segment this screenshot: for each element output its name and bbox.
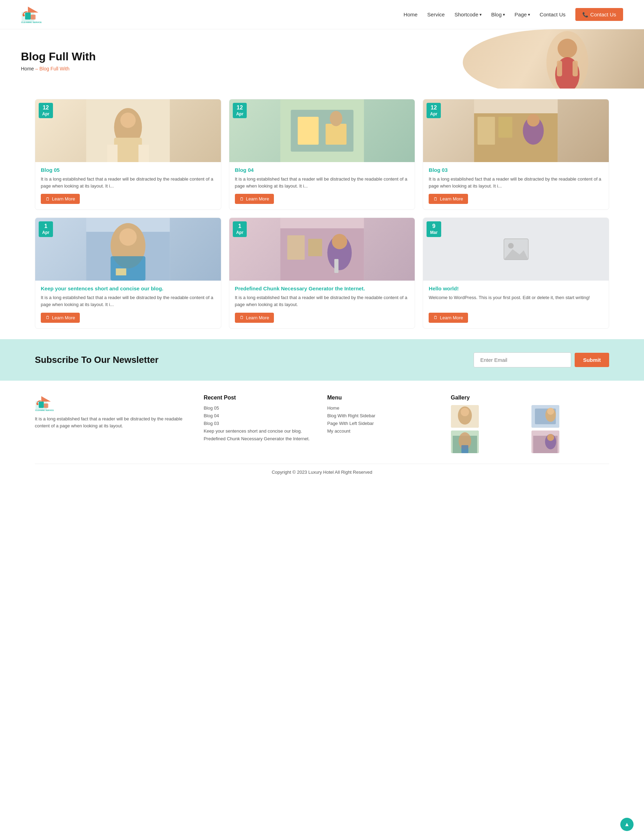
- card-title-4[interactable]: Keep your sentences short and concise ou…: [41, 286, 215, 291]
- svg-point-7: [558, 39, 577, 58]
- newsletter-form: Submit: [473, 352, 609, 367]
- menu-list: Home Blog With Right Sidebar Page With L…: [327, 405, 440, 434]
- menu-item[interactable]: Blog With Right Sidebar: [327, 413, 440, 418]
- nav-service[interactable]: Service: [427, 12, 445, 17]
- blog-img-4: [35, 218, 221, 281]
- submit-button[interactable]: Submit: [575, 353, 609, 367]
- blog-card-2: 12 Apr Blog 04 It is a long established …: [229, 99, 416, 210]
- svg-marker-45: [41, 396, 51, 401]
- footer-logo-icon: CLEANING SERVICE: [35, 394, 54, 412]
- recent-post-item[interactable]: Blog 03: [204, 421, 317, 426]
- footer-desc: It is a long established fact that a rea…: [35, 416, 193, 430]
- learn-more-btn-6[interactable]: Learn More: [429, 313, 468, 323]
- svg-rect-37: [308, 239, 322, 256]
- newsletter-heading: Subscribe To Our Newsletter: [35, 355, 159, 365]
- card-title-6[interactable]: Hello world!: [429, 286, 603, 291]
- card-body-3: Blog 03 It is a long established fact th…: [423, 162, 609, 209]
- blog-img-1: [35, 99, 221, 162]
- card-desc-6: Welcome to WordPress. This is your first…: [429, 294, 603, 308]
- recent-post-link-2[interactable]: Blog 04: [204, 413, 219, 418]
- svg-point-64: [547, 434, 554, 441]
- svg-rect-3: [31, 15, 36, 20]
- card-image-wrap-4: 1 Apr: [35, 218, 221, 281]
- card-title-2: Blog 04: [235, 167, 409, 173]
- menu-item[interactable]: Home: [327, 405, 440, 411]
- nav-shortcode[interactable]: Shortcode: [454, 12, 481, 17]
- gallery-grid: [451, 405, 609, 453]
- logo-icon: CLEANING SERVICE: [21, 5, 42, 24]
- recent-post-item[interactable]: Blog 04: [204, 413, 317, 418]
- blog-card-6: 9 Mar Hello world! Welcome to WordPress.…: [423, 217, 609, 329]
- hero-title: Blog Full With: [21, 50, 96, 63]
- main-nav: Home Service Shortcode Blog Page Contact…: [404, 8, 623, 21]
- nav-contact[interactable]: Contact Us: [540, 12, 565, 17]
- blog-img-3: [423, 99, 609, 162]
- nav-home[interactable]: Home: [404, 12, 417, 17]
- breadcrumb-home[interactable]: Home: [21, 66, 34, 71]
- gallery-thumb-4[interactable]: [531, 431, 559, 453]
- gallery-img-4: [531, 431, 559, 453]
- card-image-wrap-1: 12 Apr: [35, 99, 221, 162]
- recent-post-item[interactable]: Blog 05: [204, 405, 317, 411]
- svg-rect-2: [25, 13, 31, 20]
- date-badge-6: 9 Mar: [427, 221, 441, 237]
- learn-more-btn-3[interactable]: Learn More: [429, 194, 468, 204]
- date-badge-4: 1 Apr: [39, 221, 53, 237]
- gallery-thumb-1[interactable]: [451, 405, 479, 428]
- logo[interactable]: CLEANING SERVICE: [21, 5, 42, 24]
- card-desc-4: It is a long established fact that a rea…: [41, 294, 215, 308]
- card-image-wrap-6: 9 Mar: [423, 218, 609, 281]
- svg-point-52: [461, 408, 469, 416]
- date-badge-1: 12 Apr: [39, 103, 53, 118]
- learn-more-btn-1[interactable]: Learn More: [41, 194, 80, 204]
- svg-rect-33: [116, 268, 126, 275]
- menu-link-page-left[interactable]: Page With Left Sidebar: [327, 421, 374, 426]
- blog-img-5: [229, 218, 415, 281]
- blog-section: 12 Apr Blog 05 It is a long established …: [0, 89, 644, 339]
- gallery-thumb-2[interactable]: [531, 405, 559, 428]
- svg-rect-16: [138, 145, 149, 162]
- footer-menu: Menu Home Blog With Right Sidebar Page W…: [327, 394, 440, 453]
- recent-post-link-4[interactable]: Keep your sentences short and concise ou…: [204, 429, 302, 434]
- blog-card-4: 1 Apr Keep your sentences short and conc…: [35, 217, 221, 329]
- menu-item[interactable]: My account: [327, 428, 440, 434]
- recent-post-link-1[interactable]: Blog 05: [204, 406, 219, 411]
- footer-gallery: Gallery: [451, 394, 609, 453]
- menu-link-home[interactable]: Home: [327, 406, 339, 411]
- card-title-5[interactable]: Predefined Chunk Necessary Generator the…: [235, 286, 409, 291]
- hero-image: [463, 29, 644, 89]
- svg-rect-10: [573, 61, 578, 76]
- card-image-wrap-5: 1 Apr: [229, 218, 415, 281]
- recent-post-link-3[interactable]: Blog 03: [204, 421, 219, 426]
- svg-point-4: [23, 14, 25, 16]
- card-body-1: Blog 05 It is a long established fact th…: [35, 162, 221, 209]
- svg-rect-47: [44, 403, 48, 408]
- recent-post-link-5[interactable]: Predefined Chunk Necessary Generator the…: [204, 436, 309, 441]
- svg-rect-46: [39, 402, 44, 408]
- svg-text:CLEANING SERVICE: CLEANING SERVICE: [35, 409, 54, 411]
- menu-item[interactable]: Page With Left Sidebar: [327, 421, 440, 426]
- learn-more-btn-5[interactable]: Learn More: [235, 313, 274, 323]
- email-input[interactable]: [473, 352, 571, 367]
- breadcrumb: Home – Blog Full With: [21, 66, 96, 71]
- nav-page[interactable]: Page: [515, 12, 530, 17]
- blog-img-2: [229, 99, 415, 162]
- recent-post-list: Blog 05 Blog 04 Blog 03 Keep your senten…: [204, 405, 317, 441]
- site-header: CLEANING SERVICE Home Service Shortcode …: [0, 0, 644, 29]
- worker-illustration: [519, 29, 588, 89]
- menu-link-blog-right[interactable]: Blog With Right Sidebar: [327, 413, 375, 418]
- gallery-thumb-3[interactable]: [451, 431, 479, 453]
- recent-post-item[interactable]: Predefined Chunk Necessary Generator the…: [204, 436, 317, 441]
- footer-logo: CLEANING SERVICE: [35, 394, 193, 412]
- recent-post-item[interactable]: Keep your sentences short and concise ou…: [204, 428, 317, 434]
- svg-rect-25: [499, 117, 513, 138]
- learn-more-btn-4[interactable]: Learn More: [41, 313, 80, 323]
- learn-more-btn-2[interactable]: Learn More: [235, 194, 274, 204]
- card-image-3: [423, 99, 609, 162]
- menu-link-account[interactable]: My account: [327, 429, 350, 434]
- contact-button[interactable]: Contact Us: [575, 8, 623, 21]
- nav-blog[interactable]: Blog: [491, 12, 505, 17]
- card-image-1: [35, 99, 221, 162]
- svg-marker-1: [28, 7, 38, 13]
- svg-rect-60: [462, 445, 468, 453]
